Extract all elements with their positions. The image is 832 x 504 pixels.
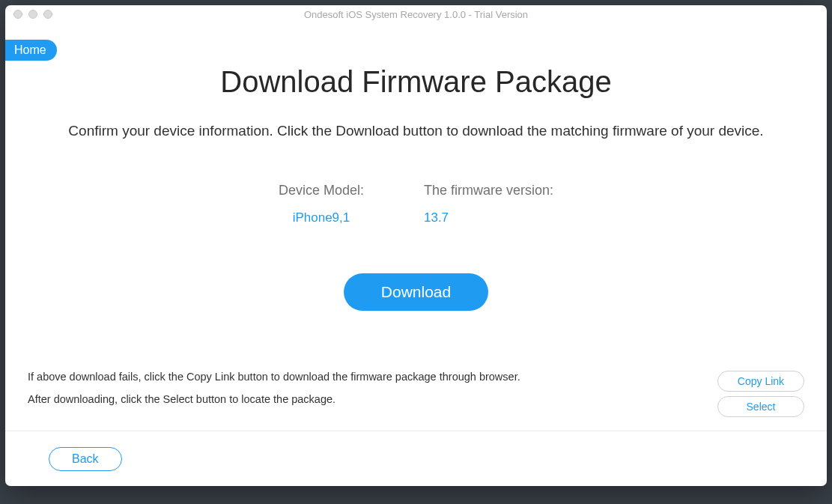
close-window-icon[interactable]	[13, 10, 22, 19]
main-area: Download Firmware Package Confirm your d…	[5, 23, 827, 371]
firmware-version-value: 13.7	[424, 210, 449, 225]
titlebar: Ondesoft iOS System Recovery 1.0.0 - Tri…	[5, 5, 827, 23]
firmware-version-col: The firmware version: 13.7	[424, 183, 553, 225]
help-text: If above download fails, click the Copy …	[28, 371, 520, 405]
app-window: Ondesoft iOS System Recovery 1.0.0 - Tri…	[5, 5, 827, 486]
window-controls	[13, 10, 52, 19]
window-title: Ondesoft iOS System Recovery 1.0.0 - Tri…	[5, 9, 827, 20]
minimize-window-icon[interactable]	[28, 10, 37, 19]
page-subtitle: Confirm your device information. Click t…	[68, 123, 763, 139]
help-line-1: If above download fails, click the Copy …	[28, 371, 520, 383]
help-section: If above download fails, click the Copy …	[5, 371, 827, 417]
help-line-2: After downloading, click the Select butt…	[28, 393, 520, 405]
help-buttons: Copy Link Select	[717, 371, 804, 417]
home-button[interactable]: Home	[5, 40, 57, 61]
device-model-col: Device Model: iPhone9,1	[279, 183, 364, 225]
device-model-label: Device Model:	[279, 183, 364, 198]
page-title: Download Firmware Package	[220, 65, 611, 99]
device-model-value: iPhone9,1	[293, 210, 350, 225]
select-button[interactable]: Select	[717, 396, 804, 417]
zoom-window-icon[interactable]	[43, 10, 52, 19]
copy-link-button[interactable]: Copy Link	[717, 371, 804, 392]
footer: Back	[5, 431, 827, 486]
device-info: Device Model: iPhone9,1 The firmware ver…	[279, 183, 553, 225]
back-button[interactable]: Back	[49, 447, 122, 471]
download-button[interactable]: Download	[344, 273, 488, 311]
firmware-version-label: The firmware version:	[424, 183, 553, 198]
content-area: Home Download Firmware Package Confirm y…	[5, 23, 827, 486]
